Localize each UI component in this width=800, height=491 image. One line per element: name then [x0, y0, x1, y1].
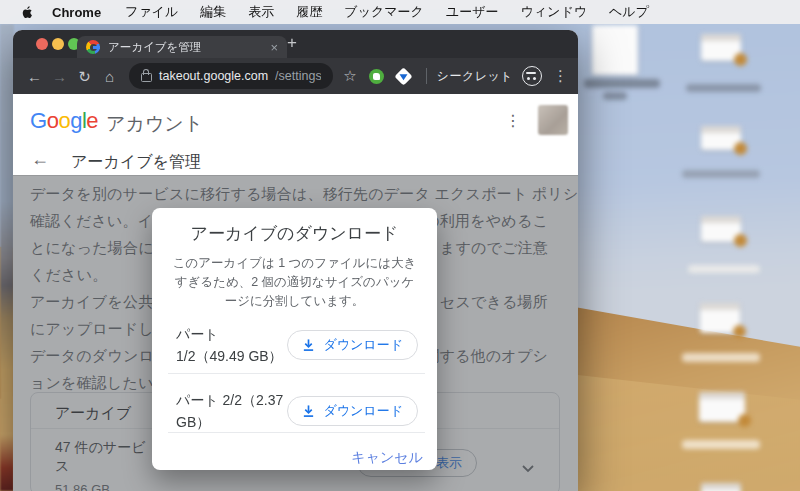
desktop-icon-label: [682, 440, 760, 449]
lock-icon[interactable]: [141, 73, 152, 82]
avatar[interactable]: [538, 105, 568, 135]
download-dialog: アーカイブのダウンロード このアーカイブは 1 つのファイルには大きすぎるため、…: [152, 208, 437, 470]
extension-thumb-icon[interactable]: [369, 69, 384, 84]
part-row: パート 2/2（2.37 GB） ダウンロード: [176, 388, 418, 434]
extension-shield-icon[interactable]: [394, 67, 412, 85]
back-icon[interactable]: ←: [23, 69, 46, 84]
bookmark-star-icon[interactable]: ☆: [343, 67, 356, 85]
home-icon[interactable]: ⌂: [98, 69, 121, 84]
macos-menu-bar: Chrome ファイル 編集 表示 履歴 ブックマーク ユーザー ウィンドウ ヘ…: [0, 0, 800, 24]
dialog-title: アーカイブのダウンロード: [152, 222, 437, 245]
chrome-menu-icon[interactable]: ⋮: [553, 67, 568, 85]
part-label-line2: GB）: [176, 414, 210, 430]
page-more-icon[interactable]: ⋮: [505, 111, 521, 130]
menu-item-history[interactable]: 履歴: [296, 3, 322, 21]
menu-item-help[interactable]: ヘルプ: [609, 3, 649, 21]
desktop-icon-label: [682, 170, 760, 178]
incognito-icon: [522, 66, 542, 86]
menu-item-file[interactable]: ファイル: [125, 3, 178, 21]
apple-menu-icon[interactable]: [21, 5, 34, 20]
desktop-window-icon[interactable]: [700, 303, 740, 333]
page-title: アーカイブを管理: [71, 152, 201, 173]
google-favicon: [86, 40, 100, 54]
tab-close-icon[interactable]: ×: [270, 41, 278, 54]
screenshot-stage: Chrome ファイル 編集 表示 履歴 ブックマーク ユーザー ウィンドウ ヘ…: [0, 0, 800, 491]
download-button[interactable]: ダウンロード: [287, 396, 418, 426]
browser-toolbar: ← → ↻ ⌂ takeout.google.com/settings/take…: [13, 58, 578, 94]
part-label-line1: パート: [176, 326, 219, 342]
toolbar-divider: [426, 68, 427, 84]
menu-item-bookmarks[interactable]: ブックマーク: [344, 3, 424, 21]
close-window-button[interactable]: [36, 38, 48, 50]
download-button-label: ダウンロード: [323, 336, 403, 354]
forward-icon[interactable]: →: [48, 69, 71, 84]
tab-title: アーカイブを管理: [108, 40, 264, 55]
menu-item-view[interactable]: 表示: [248, 3, 274, 21]
dialog-divider: [168, 432, 425, 433]
desktop-icon-label: [584, 79, 660, 88]
new-tab-button[interactable]: +: [287, 33, 297, 53]
address-bar[interactable]: takeout.google.com/settings/takeo...: [129, 63, 333, 89]
cancel-button[interactable]: キャンセル: [351, 449, 423, 467]
dialog-divider: [168, 373, 425, 374]
menu-item-profiles[interactable]: ユーザー: [446, 3, 499, 21]
page-back-icon[interactable]: ←: [31, 149, 49, 170]
download-button[interactable]: ダウンロード: [287, 330, 418, 360]
download-icon: [302, 338, 315, 352]
desktop-document-icon[interactable]: [592, 25, 638, 75]
part-label: パート 2/2（2.37 GB）: [176, 389, 287, 433]
reload-icon[interactable]: ↻: [73, 69, 96, 84]
tab-strip: アーカイブを管理 × +: [13, 30, 578, 58]
desktop-window-icon[interactable]: [699, 392, 745, 422]
google-logo: Google: [30, 108, 98, 134]
desktop-window-icon[interactable]: [701, 126, 741, 150]
wallpaper-left-edge: [0, 24, 14, 491]
url-domain: takeout.google.com: [159, 69, 268, 83]
desktop-window-icon[interactable]: [701, 483, 741, 491]
desktop-icon-label: [688, 265, 760, 273]
desktop-icon-label: [603, 92, 627, 100]
menu-item-window[interactable]: ウィンドウ: [520, 3, 587, 21]
dialog-body-text: このアーカイブは 1 つのファイルには大きすぎるため、2 個の適切なサイズのパッ…: [171, 254, 418, 311]
download-icon: [302, 404, 315, 418]
google-account-label: アカウント: [106, 111, 203, 137]
menu-item-chrome[interactable]: Chrome: [52, 5, 101, 20]
url-path: /settings/takeo...: [275, 69, 321, 83]
part-label-line2: 1/2（49.49 GB）: [176, 348, 283, 364]
menu-item-edit[interactable]: 編集: [200, 3, 226, 21]
browser-tab[interactable]: アーカイブを管理 ×: [77, 36, 287, 58]
part-label-line1: パート 2/2（2.37: [176, 392, 283, 408]
part-row: パート 1/2（49.49 GB） ダウンロード: [176, 322, 418, 368]
minimize-window-button[interactable]: [52, 38, 64, 50]
incognito-label: シークレット: [437, 68, 513, 85]
desktop-window-icon[interactable]: [701, 216, 741, 242]
desktop-icon-label: [682, 353, 760, 362]
part-label: パート 1/2（49.49 GB）: [176, 323, 287, 367]
desktop-icon-label: [686, 84, 761, 92]
desktop-window-icon[interactable]: [701, 34, 741, 61]
download-button-label: ダウンロード: [323, 402, 403, 420]
